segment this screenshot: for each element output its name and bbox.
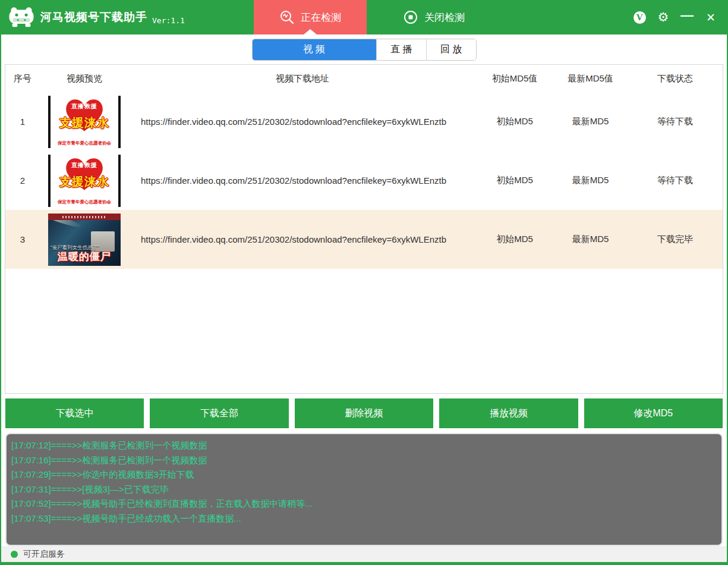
header-md5-initial: 初始MD5值 bbox=[476, 73, 553, 84]
thumb-title-text: 支援涞水 bbox=[51, 174, 118, 190]
log-line: [17:07:16]====>>检测服务已检测到一个视频数据 bbox=[11, 453, 717, 468]
action-button-bar: 下载选中 下载全部 删除视频 播放视频 修改MD5 bbox=[1, 394, 727, 433]
video-table: 序号 视频预览 视频下载地址 初始MD5值 最新MD5值 下载状态 1 直播救援… bbox=[5, 64, 723, 394]
md5-initial-value: 初始MD5 bbox=[476, 116, 553, 127]
download-status: 等待下载 bbox=[628, 116, 723, 127]
app-window: 河马视频号下载助手 Ver:1.1 正在检测 关闭检测 bbox=[0, 0, 728, 565]
active-notch bbox=[304, 29, 317, 34]
video-preview-cell: “丧尸看到女生也怂了” 温暖的僵尸 bbox=[40, 214, 129, 266]
row-index: 3 bbox=[5, 234, 40, 244]
detecting-label: 正在检测 bbox=[301, 11, 341, 24]
log-line: [17:07:12]====>>检测服务已检测到一个视频数据 bbox=[11, 438, 717, 453]
close-button[interactable]: ✕ bbox=[703, 10, 718, 25]
tab-replay[interactable]: 回 放 bbox=[426, 39, 476, 60]
log-panel[interactable]: [17:07:12]====>>检测服务已检测到一个视频数据 [17:07:16… bbox=[5, 433, 723, 546]
update-icon[interactable]: V bbox=[632, 10, 647, 25]
thumb-top-banner bbox=[48, 214, 121, 220]
thumb-banner-text: 直播救援 bbox=[51, 161, 118, 170]
table-row[interactable]: 2 直播救援 支援涞水 保定市青年爱心志愿者协会 https://finder.… bbox=[5, 151, 723, 210]
row-index: 2 bbox=[5, 175, 40, 186]
thumb-subtitle-text: 保定市青年爱心志愿者协会 bbox=[51, 199, 118, 205]
md5-latest-value: 最新MD5 bbox=[553, 116, 628, 127]
minimize-button[interactable]: — bbox=[679, 8, 695, 23]
stop-detection-button[interactable]: 关闭检测 bbox=[386, 0, 481, 34]
stop-detection-label: 关闭检测 bbox=[424, 11, 465, 24]
md5-latest-value: 最新MD5 bbox=[553, 175, 628, 186]
app-identity: 河马视频号下载助手 Ver:1.1 bbox=[1, 0, 185, 34]
table-row[interactable]: 1 直播救援 支援涞水 保定市青年爱心志愿者协会 https://finder.… bbox=[5, 92, 723, 151]
video-thumbnail[interactable]: 直播救援 支援涞水 保定市青年爱心志愿者协会 bbox=[48, 96, 121, 148]
video-thumbnail[interactable]: 直播救援 支援涞水 保定市青年爱心志愿者协会 bbox=[48, 155, 121, 207]
header-preview: 视频预览 bbox=[40, 73, 129, 84]
md5-initial-value: 初始MD5 bbox=[476, 175, 553, 186]
md5-initial-value: 初始MD5 bbox=[476, 234, 553, 245]
download-selected-button[interactable]: 下载选中 bbox=[5, 398, 144, 428]
header-url: 视频下载地址 bbox=[129, 73, 476, 84]
modify-md5-button[interactable]: 修改MD5 bbox=[584, 398, 723, 428]
md5-latest-value: 最新MD5 bbox=[553, 234, 628, 245]
detecting-button[interactable]: 正在检测 bbox=[254, 0, 367, 34]
app-version: Ver:1.1 bbox=[152, 16, 185, 25]
service-status-text: 可开启服务 bbox=[23, 549, 65, 560]
window-controls: V ⚙ — ✕ bbox=[632, 0, 718, 34]
delete-video-button[interactable]: 删除视频 bbox=[295, 398, 433, 428]
log-line: [17:07:53]====>>视频号助手已经成功载入一个直播数据... bbox=[11, 511, 717, 526]
hippo-logo-icon bbox=[8, 6, 34, 29]
log-line: [17:07:29]====>>你选中的视频数据3开始下载 bbox=[11, 467, 717, 482]
video-url[interactable]: https://finder.video.qq.com/251/20302/st… bbox=[129, 117, 476, 127]
thumb-subtitle-text: 保定市青年爱心志愿者协会 bbox=[51, 140, 118, 146]
header-status: 下载状态 bbox=[628, 73, 723, 84]
magnifier-pulse-icon bbox=[279, 10, 295, 25]
thumb-title-text: 温暖的僵尸 bbox=[48, 250, 121, 263]
header-index: 序号 bbox=[5, 73, 40, 84]
service-status-dot-icon bbox=[11, 551, 18, 558]
header-md5-latest: 最新MD5值 bbox=[553, 73, 628, 84]
play-video-button[interactable]: 播放视频 bbox=[439, 398, 578, 428]
bottom-border-strip bbox=[1, 562, 727, 565]
table-header: 序号 视频预览 视频下载地址 初始MD5值 最新MD5值 下载状态 bbox=[5, 65, 723, 92]
log-line: [17:07:52]====>>视频号助手已经检测到直播数据，正在载入数据中请稍… bbox=[11, 497, 717, 511]
settings-gear-icon[interactable]: ⚙ bbox=[655, 10, 671, 25]
video-thumbnail[interactable]: “丧尸看到女生也怂了” 温暖的僵尸 bbox=[48, 214, 121, 266]
stop-circle-icon bbox=[403, 10, 418, 25]
thumb-banner-text: 直播救援 bbox=[51, 102, 118, 111]
download-status: 下载完毕 bbox=[628, 234, 723, 245]
video-preview-cell: 直播救援 支援涞水 保定市青年爱心志愿者协会 bbox=[40, 96, 129, 148]
video-url[interactable]: https://finder.video.qq.com/251/20302/st… bbox=[129, 234, 476, 244]
tab-video[interactable]: 视 频 bbox=[252, 39, 377, 61]
status-bar: 可开启服务 bbox=[1, 546, 727, 562]
video-preview-cell: 直播救援 支援涞水 保定市青年爱心志愿者协会 bbox=[40, 155, 129, 207]
thumb-title-text: 支援涞水 bbox=[51, 115, 118, 131]
tab-live[interactable]: 直 播 bbox=[376, 39, 426, 60]
tab-group: 视 频 直 播 回 放 bbox=[252, 39, 477, 61]
download-all-button[interactable]: 下载全部 bbox=[150, 398, 288, 428]
row-index: 1 bbox=[5, 117, 40, 127]
title-bar: 河马视频号下载助手 Ver:1.1 正在检测 关闭检测 bbox=[1, 0, 727, 34]
log-line: [17:07:31]====>>[视频3]—>已下载完毕 bbox=[11, 482, 717, 497]
tab-row: 视 频 直 播 回 放 bbox=[1, 34, 727, 64]
video-url[interactable]: https://finder.video.qq.com/251/20302/st… bbox=[129, 175, 476, 186]
table-row[interactable]: 3 “丧尸看到女生也怂了” 温暖的僵尸 https://finder.video… bbox=[5, 210, 723, 269]
app-title: 河马视频号下载助手 bbox=[40, 10, 147, 25]
download-status: 等待下载 bbox=[628, 175, 723, 186]
